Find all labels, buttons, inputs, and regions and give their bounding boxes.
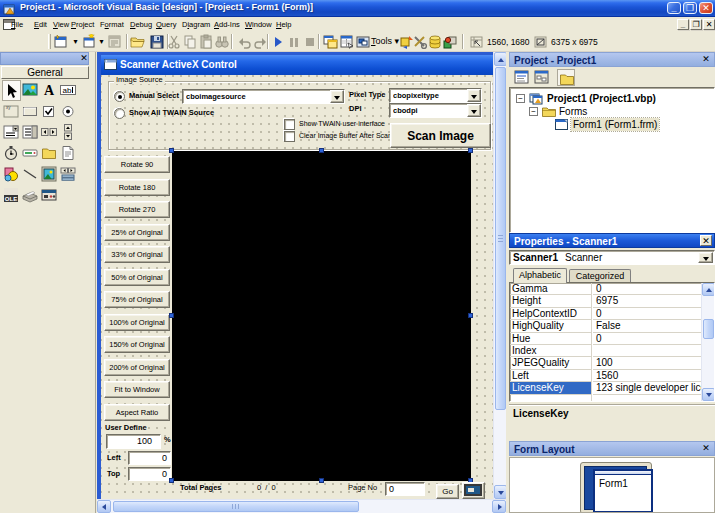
close-button[interactable]: ✕ (699, 2, 713, 14)
add-project-dropdown[interactable]: ▾ (71, 33, 80, 51)
property-row[interactable]: HighQualityFalse (510, 320, 714, 332)
tool-textbox[interactable]: ab (59, 80, 78, 101)
tool-drivelistbox[interactable] (21, 143, 40, 164)
menu-window[interactable]: Window (245, 20, 272, 31)
tab-categorized[interactable]: Categorized (569, 269, 631, 283)
add-form-button[interactable] (80, 33, 98, 51)
toolbox-grabbar[interactable] (0, 52, 89, 65)
visual-component-manager-button[interactable] (441, 33, 459, 51)
horizontal-scroll-thumb[interactable] (113, 501, 359, 512)
minimize-button[interactable]: _ (667, 2, 681, 14)
tool-dirlistbox[interactable] (40, 143, 59, 164)
menu-help[interactable]: Help (276, 20, 291, 31)
mdi-close-button[interactable]: ✕ (703, 19, 715, 30)
tool-shape[interactable] (2, 164, 21, 185)
menu-file[interactable]: File (11, 20, 23, 31)
mdi-minimize-button[interactable]: _ (677, 19, 689, 30)
property-row[interactable]: JPEGQuality100 (510, 357, 714, 369)
scan-image-button[interactable]: Scan Image (390, 123, 491, 148)
vertical-scroll-thumb[interactable] (495, 67, 506, 410)
left-input[interactable]: 0 (128, 451, 171, 465)
property-row[interactable]: Height6975 (510, 295, 714, 307)
tool-timer[interactable] (2, 143, 21, 164)
zoom-33-button[interactable]: 33% of Original (104, 246, 170, 263)
add-project-button[interactable] (52, 33, 70, 51)
collapse-icon[interactable]: − (516, 94, 525, 103)
zoom-25-button[interactable]: 25% of Original (104, 224, 170, 241)
tool-pointer[interactable] (2, 80, 21, 101)
tool-optionbutton[interactable] (59, 101, 78, 122)
mdi-restore-button[interactable]: ❐ (690, 19, 702, 30)
tool-data[interactable] (59, 164, 78, 185)
rotate-270-button[interactable]: Rotate 270 (104, 201, 170, 218)
selection-handle-w[interactable] (169, 313, 174, 318)
dpi-combo[interactable]: cbodpi (389, 103, 482, 118)
image-source-combo-dropdown[interactable] (330, 90, 344, 103)
zoom-200-button[interactable]: 200% of Original (104, 359, 170, 376)
tool-hscrollbar[interactable] (40, 122, 59, 143)
rotate-180-button[interactable]: Rotate 180 (104, 179, 170, 196)
restore-button[interactable]: ❐ (683, 2, 697, 14)
toolbar-grip[interactable] (48, 34, 51, 49)
selection-handle-ne[interactable] (468, 148, 473, 153)
scanner-control-placeholder[interactable] (462, 482, 485, 499)
properties-scroll-thumb[interactable] (703, 319, 714, 339)
mdi-vertical-scrollbar[interactable] (493, 52, 506, 499)
dpi-combo-dropdown[interactable] (467, 104, 481, 117)
scan-image-viewport[interactable] (172, 151, 471, 481)
tools-menu-button[interactable]: Tools ▾ (371, 36, 399, 46)
save-project-button[interactable] (148, 33, 166, 51)
property-row[interactable]: Left1560 (510, 370, 714, 382)
pixel-type-combo[interactable]: cbopixeltype (389, 88, 482, 103)
properties-panel-close-icon[interactable]: ✕ (700, 235, 712, 246)
selection-handle-n[interactable] (319, 148, 324, 153)
selection-handle-e[interactable] (468, 313, 473, 318)
toggle-folders-button[interactable] (557, 69, 575, 86)
tool-custom-control[interactable] (40, 185, 59, 206)
project-panel-titlebar[interactable]: Project - Project1 ✕ (509, 52, 715, 67)
top-input[interactable]: 0 (128, 467, 171, 481)
mdi-horizontal-scrollbar[interactable] (97, 499, 506, 513)
page-no-input[interactable]: 0 (385, 482, 425, 496)
properties-scrollbar[interactable] (701, 283, 714, 401)
aspect-ratio-button[interactable]: Aspect Ratio (104, 404, 170, 421)
tool-listbox[interactable] (21, 122, 40, 143)
selection-handle-sw[interactable] (169, 478, 174, 483)
zoom-100-button[interactable]: 100% of Original (104, 314, 170, 331)
fit-to-window-button[interactable]: Fit to Window (104, 381, 170, 398)
form-layout-window-button[interactable] (354, 33, 372, 51)
toolbox-tab-general[interactable]: General (1, 66, 89, 79)
property-row[interactable]: HelpContextID0 (510, 308, 714, 320)
zoom-50-button[interactable]: 50% of Original (104, 269, 170, 286)
manual-select-radio[interactable] (114, 91, 125, 102)
tool-commandbutton[interactable] (21, 101, 40, 122)
menu-diagram[interactable]: Diagram (182, 20, 210, 31)
scroll-up-button[interactable] (702, 283, 715, 296)
tool-line[interactable] (21, 164, 40, 185)
open-project-button[interactable] (129, 33, 147, 51)
menu-format[interactable]: Format (100, 20, 124, 31)
form-layout-miniform[interactable]: Form1 (593, 469, 653, 513)
tab-alphabetic[interactable]: Alphabetic (513, 268, 567, 283)
tool-ole[interactable]: OLE (2, 185, 21, 206)
menu-view[interactable]: View (53, 20, 69, 31)
form-layout-close-icon[interactable]: ✕ (700, 443, 712, 454)
scroll-right-button[interactable] (492, 500, 506, 513)
toolbox-close-icon[interactable]: ✕ (79, 53, 89, 64)
menu-edit[interactable]: Edit (34, 20, 47, 31)
undo-button[interactable] (235, 33, 253, 51)
property-row[interactable]: Index (510, 345, 714, 357)
show-twain-ui-checkbox[interactable] (284, 119, 295, 130)
clear-buffer-checkbox[interactable] (284, 131, 295, 142)
zoom-150-button[interactable]: 150% of Original (104, 336, 170, 353)
scroll-up-button[interactable] (494, 52, 506, 66)
scroll-down-button[interactable] (494, 485, 506, 499)
tool-label[interactable]: A (40, 80, 59, 101)
pixel-type-combo-dropdown[interactable] (467, 89, 481, 102)
property-row[interactable]: Gamma0 (510, 283, 714, 295)
menu-project[interactable]: Project (71, 20, 94, 31)
tool-vscrollbar[interactable] (59, 122, 78, 143)
view-code-button[interactable] (513, 69, 531, 86)
properties-panel-titlebar[interactable]: Properties - Scanner1 ✕ (509, 233, 715, 248)
image-source-combo[interactable]: cboimagesource (182, 89, 345, 104)
